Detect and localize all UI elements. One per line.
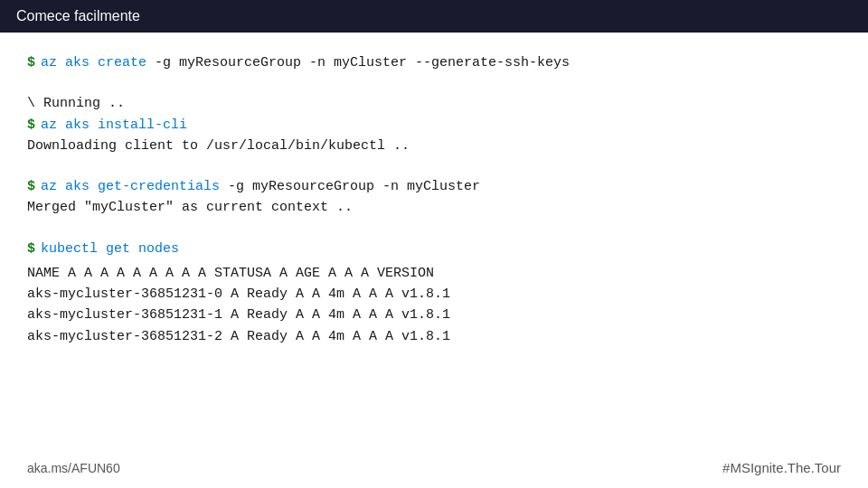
code-block-2: \ Running .. $ az aks install-cli Downlo… xyxy=(27,93,841,156)
cmd-1-rest: -g myResourceGroup -n myCluster --genera… xyxy=(146,52,570,73)
cmd-2-highlight: az aks install-cli xyxy=(41,115,187,136)
cmd-3-highlight: az aks get-credentials xyxy=(41,176,220,197)
cmd-line-4: $ kubectl get nodes xyxy=(27,239,841,259)
backslash: \ Running .. xyxy=(27,93,125,114)
output-3: Merged "myCluster" as current context .. xyxy=(27,197,841,218)
cmd-line-2: $ az aks install-cli xyxy=(27,115,841,136)
dollar-3: $ xyxy=(27,176,35,197)
dollar-4: $ xyxy=(27,239,35,259)
footer: aka.ms/AFUN60 #MSIgnite.The.Tour xyxy=(27,460,841,475)
header-title: Comece facilmente xyxy=(16,8,140,24)
code-block-1: $ az aks create -g myResourceGroup -n my… xyxy=(27,52,841,73)
cmd-4-highlight: kubectl get nodes xyxy=(41,239,179,259)
running-line: \ Running .. xyxy=(27,93,841,114)
code-block-4: $ kubectl get nodes NAME A A A A A A A A… xyxy=(27,239,841,347)
cmd-line-3: $ az aks get-credentials -g myResourceGr… xyxy=(27,176,841,197)
cmd-1-highlight: az aks create xyxy=(41,52,146,73)
dollar-1: $ xyxy=(27,52,35,73)
footer-left: aka.ms/AFUN60 xyxy=(27,461,120,475)
cmd-3-rest: -g myResourceGroup -n myCluster xyxy=(220,176,480,197)
table-row-0: aks-mycluster-36851231-0 A Ready A A 4m … xyxy=(27,284,841,305)
dollar-2: $ xyxy=(27,115,35,136)
table-row-2: aks-mycluster-36851231-2 A Ready A A 4m … xyxy=(27,326,841,347)
table-row-1: aks-mycluster-36851231-1 A Ready A A 4m … xyxy=(27,305,841,325)
cmd-line-1: $ az aks create -g myResourceGroup -n my… xyxy=(27,52,841,73)
header: Comece facilmente xyxy=(0,0,868,33)
table-section: NAME A A A A A A A A A STATUSA A AGE A A… xyxy=(27,263,841,347)
code-block-3: $ az aks get-credentials -g myResourceGr… xyxy=(27,176,841,219)
table-header: NAME A A A A A A A A A STATUSA A AGE A A… xyxy=(27,263,841,284)
output-2: Downloading client to /usr/local/bin/kub… xyxy=(27,136,841,156)
content: $ az aks create -g myResourceGroup -n my… xyxy=(0,33,868,381)
footer-right: #MSIgnite.The.Tour xyxy=(722,460,841,475)
